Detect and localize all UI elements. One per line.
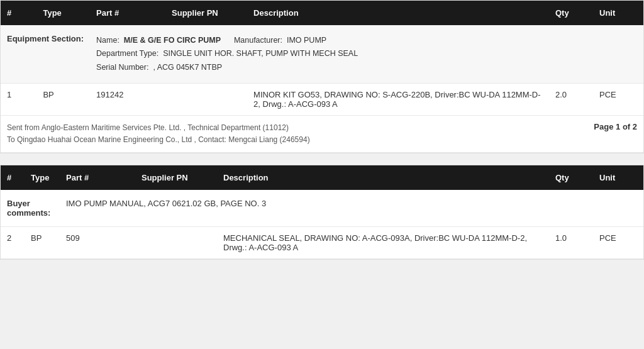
row2-description: MECHANICAL SEAL, DRAWING NO: A-ACG-093A,… (217, 227, 549, 259)
row1-part: 191242 (90, 83, 165, 115)
eq-manufacturer-value: IMO PUMP (287, 36, 326, 45)
equipment-section-info-cell: Name: M/E & G/E FO CIRC PUMP Manufacture… (90, 25, 643, 83)
col2-header-description: Description (217, 165, 549, 190)
equipment-section-line2: Department Type: SINGLE UNIT HOR. SHAFT,… (96, 47, 637, 60)
row2-num: 2 (1, 227, 25, 259)
eq-serial-label: Serial Number: (96, 63, 148, 72)
footer-text: Sent from Anglo-Eastern Maritime Service… (7, 122, 543, 146)
equipment-section-row: Equipment Section: Name: M/E & G/E FO CI… (1, 25, 643, 83)
col-header-qty: Qty (549, 1, 593, 25)
col-header-type: Type (36, 1, 90, 25)
col-header-description: Description (247, 1, 549, 25)
col-header-unit: Unit (593, 1, 643, 25)
eq-manufacturer-label: Manufacturer: (234, 36, 282, 45)
row2-supplier (135, 227, 217, 259)
table-1: # Type Part # Supplier PN Description Qt… (1, 1, 643, 153)
row1-qty: 2.0 (549, 83, 593, 115)
buyer-comments-value-cell: IMO PUMP MANUAL, ACG7 0621.02 GB, PAGE N… (60, 190, 643, 227)
eq-department-label: Department Type: (96, 49, 158, 58)
col-header-part: Part # (90, 1, 165, 25)
footer-line1: Sent from Anglo-Eastern Maritime Service… (7, 122, 543, 134)
page-indicator-1: Page 1 of 2 (555, 122, 637, 131)
footer-text-cell: Sent from Anglo-Eastern Maritime Service… (1, 115, 549, 152)
row1-description: MINOR KIT GO53, DRAWING NO: S-ACG-220B, … (247, 83, 549, 115)
col2-header-type: Type (25, 165, 60, 190)
footer-page-cell: Page 1 of 2 (549, 115, 643, 152)
eq-name-label: Name: (96, 36, 119, 45)
equipment-section-label-cell: Equipment Section: (1, 25, 90, 83)
col2-header-supplier: Supplier PN (135, 165, 217, 190)
page-1: # Type Part # Supplier PN Description Qt… (0, 0, 644, 153)
col2-header-unit: Unit (593, 165, 643, 190)
row1-unit: PCE (593, 83, 643, 115)
row2-part: 509 (60, 227, 135, 259)
col-header-hash: # (1, 1, 36, 25)
eq-department-value: SINGLE UNIT HOR. SHAFT, PUMP WITH MECH S… (163, 49, 358, 58)
row2-qty: 1.0 (549, 227, 593, 259)
buyer-comments-label-cell: Buyercomments: (1, 190, 60, 227)
buyer-comments-label: Buyercomments: (7, 199, 50, 218)
footer-row-1: Sent from Anglo-Eastern Maritime Service… (1, 115, 643, 152)
table-row-2: 2 BP 509 MECHANICAL SEAL, DRAWING NO: A-… (1, 227, 643, 259)
col2-header-qty: Qty (549, 165, 593, 190)
row1-supplier (165, 83, 247, 115)
page-2: # Type Part # Supplier PN Description Qt… (0, 165, 644, 260)
row2-type: BP (25, 227, 60, 259)
equipment-section-label: Equipment Section: (7, 34, 84, 43)
col2-header-part: Part # (60, 165, 135, 190)
eq-name-value: M/E & G/E FO CIRC PUMP (124, 36, 221, 45)
table-2-header-row: # Type Part # Supplier PN Description Qt… (1, 165, 643, 190)
row1-num: 1 (1, 83, 36, 115)
row1-type: BP (36, 83, 90, 115)
buyer-comments-value: IMO PUMP MANUAL, ACG7 0621.02 GB, PAGE N… (66, 199, 266, 208)
row2-unit: PCE (593, 227, 643, 259)
footer-line2: To Qingdao Huahai Ocean Marine Engineeri… (7, 134, 543, 146)
equipment-section-line3: Serial Number: , ACG 045K7 NTBP (96, 61, 637, 74)
equipment-section-info: Name: M/E & G/E FO CIRC PUMP Manufacture… (96, 34, 637, 74)
table-1-header-row: # Type Part # Supplier PN Description Qt… (1, 1, 643, 25)
equipment-section-line1: Name: M/E & G/E FO CIRC PUMP Manufacture… (96, 34, 637, 47)
table-2: # Type Part # Supplier PN Description Qt… (1, 165, 643, 259)
eq-serial-value: , ACG 045K7 NTBP (153, 63, 222, 72)
col2-header-hash: # (1, 165, 25, 190)
col-header-supplier: Supplier PN (165, 1, 247, 25)
table-row-1: 1 BP 191242 MINOR KIT GO53, DRAWING NO: … (1, 83, 643, 115)
buyer-comments-row: Buyercomments: IMO PUMP MANUAL, ACG7 062… (1, 190, 643, 227)
